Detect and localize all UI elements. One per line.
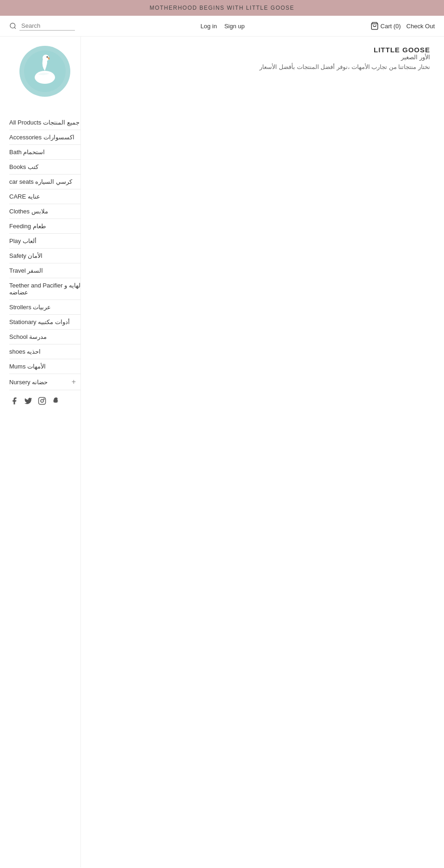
sidebar-item-safety[interactable]: Safety الأمان — [9, 249, 80, 263]
store-subtitle: الأور الصغير — [95, 54, 430, 61]
sidebar-item-label: Safety الأمان — [9, 252, 43, 259]
cart-label: Cart (0) — [381, 23, 401, 30]
nav-list: All Products جميع المنتجات Accessories ا… — [9, 115, 80, 390]
sidebar-item-shoes[interactable]: shoes احذيه — [9, 344, 80, 359]
sidebar-item-bath[interactable]: Bath استحمام — [9, 145, 80, 160]
sidebar-item-label: All Products جميع المنتجات — [9, 119, 80, 126]
sidebar-item-label: CARE عنايه — [9, 193, 40, 200]
checkout-button[interactable]: Check Out — [407, 23, 435, 30]
sidebar-item-label: Books كتب — [9, 163, 38, 170]
snapchat-icon[interactable] — [52, 397, 60, 405]
sidebar-item-label: Mums الأمهات — [9, 363, 46, 370]
sidebar: All Products جميع المنتجات Accessories ا… — [0, 37, 81, 868]
search-input[interactable] — [19, 21, 75, 31]
sidebar-item-label: Travel السفر — [9, 267, 43, 274]
sidebar-item-strollers[interactable]: Strollers عربيات — [9, 300, 80, 315]
sidebar-item-label: Accessories اكسسوارات — [9, 134, 74, 141]
instagram-icon[interactable] — [38, 397, 46, 405]
auth-links: Log in Sign up — [201, 23, 245, 30]
social-icons — [9, 397, 80, 405]
sidebar-item-car-seats[interactable]: car seats كرسي السياره — [9, 175, 80, 189]
sidebar-item-school[interactable]: School مدرسة — [9, 330, 80, 344]
sidebar-item-all-products[interactable]: All Products جميع المنتجات — [9, 115, 80, 130]
sidebar-item-label: Play ألعاب — [9, 237, 37, 244]
facebook-icon[interactable] — [10, 397, 18, 405]
nursery-expand-icon[interactable]: + — [72, 378, 76, 386]
top-banner: MOTHERHOOD BEGINS WITH LITTLE GOOSE — [0, 0, 444, 16]
signup-link[interactable]: Sign up — [224, 23, 245, 30]
search-area — [9, 21, 75, 31]
svg-point-0 — [10, 23, 15, 28]
sidebar-item-play[interactable]: Play ألعاب — [9, 234, 80, 249]
svg-rect-7 — [39, 398, 46, 405]
search-icon — [9, 22, 17, 30]
main-content: LITTLE GOOSE الأور الصغير نختار منتجاتنا… — [81, 37, 444, 868]
sidebar-item-nursery[interactable]: Nursery حضانه + — [9, 374, 80, 390]
cart-icon — [370, 22, 379, 30]
logo-image — [24, 50, 66, 92]
sidebar-item-stationary[interactable]: Stationary أدوات مكتبيه — [9, 315, 80, 330]
sidebar-item-care[interactable]: CARE عنايه — [9, 189, 80, 204]
login-link[interactable]: Log in — [201, 23, 217, 30]
sidebar-item-mums[interactable]: Mums الأمهات — [9, 359, 80, 374]
main-layout: All Products جميع المنتجات Accessories ا… — [0, 37, 444, 868]
twitter-icon[interactable] — [24, 397, 32, 405]
sidebar-item-label: Stationary أدوات مكتبيه — [9, 318, 70, 325]
svg-point-8 — [41, 400, 43, 402]
svg-line-1 — [14, 27, 16, 29]
header-nav: Log in Sign up Cart (0) Check Out — [0, 16, 444, 37]
sidebar-item-label: Nursery حضانه — [9, 379, 48, 386]
sidebar-item-label: car seats كرسي السياره — [9, 178, 72, 185]
sidebar-item-books[interactable]: Books كتب — [9, 160, 80, 175]
sidebar-item-travel[interactable]: Travel السفر — [9, 263, 80, 278]
sidebar-item-label: Strollers عربيات — [9, 304, 51, 311]
store-description: نختار منتجاتنا من تجارب الأمهات ،نوفر أف… — [95, 63, 430, 70]
banner-text: MOTHERHOOD BEGINS WITH LITTLE GOOSE — [149, 5, 294, 11]
store-name: LITTLE GOOSE — [95, 46, 430, 54]
sidebar-item-feeding[interactable]: Feeding طعام — [9, 219, 80, 234]
sidebar-item-label: Clothes ملابس — [9, 208, 48, 215]
sidebar-item-label: Teether and Pacifier لهايه و عضاضه — [9, 282, 80, 296]
svg-point-9 — [43, 399, 44, 400]
logo-circle — [19, 46, 70, 97]
sidebar-item-label: School مدرسة — [9, 333, 47, 340]
sidebar-item-accessories[interactable]: Accessories اكسسوارات — [9, 130, 80, 145]
svg-point-6 — [47, 56, 48, 58]
cart-checkout-area: Cart (0) Check Out — [370, 22, 435, 30]
store-header: LITTLE GOOSE الأور الصغير نختار منتجاتنا… — [95, 46, 430, 70]
sidebar-item-label: Bath استحمام — [9, 149, 45, 156]
cart-link[interactable]: Cart (0) — [370, 22, 401, 30]
sidebar-item-label: shoes احذيه — [9, 348, 41, 355]
logo-area — [9, 46, 80, 106]
sidebar-item-label: Feeding طعام — [9, 223, 46, 230]
sidebar-item-teether[interactable]: Teether and Pacifier لهايه و عضاضه — [9, 278, 80, 300]
sidebar-item-clothes[interactable]: Clothes ملابس — [9, 204, 80, 219]
